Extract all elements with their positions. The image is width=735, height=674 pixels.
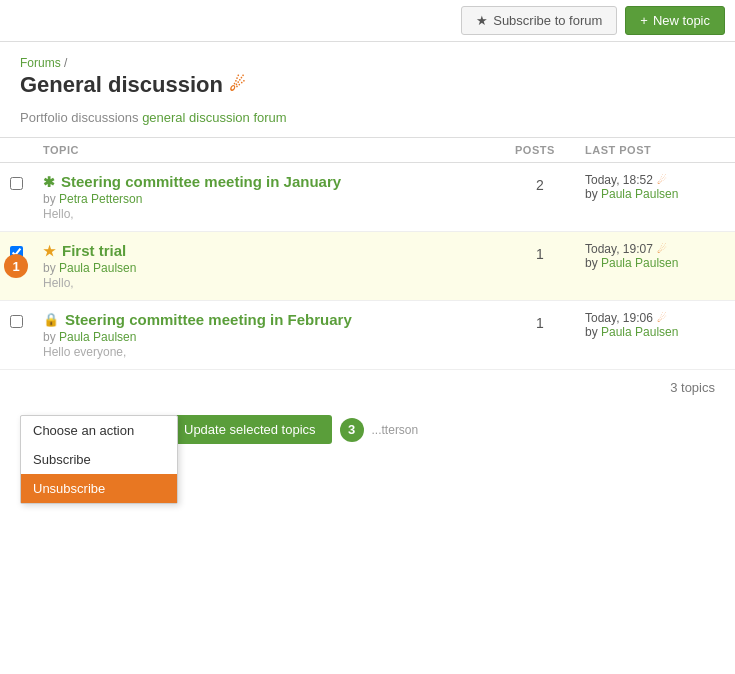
plus-icon: +: [640, 13, 648, 28]
topic-meta: by Petra Petterson: [43, 192, 495, 206]
subscribe-forum-button[interactable]: ★ Subscribe to forum: [461, 6, 617, 35]
table-row: 1 ★ First trial by Paula Paulsen Hello, …: [0, 232, 735, 301]
lastpost-rss-icon: ☄: [657, 174, 667, 187]
topic-title-link[interactable]: Steering committee meeting in January: [61, 173, 341, 190]
row-checkbox[interactable]: [10, 315, 23, 328]
rss-icon: ☄: [229, 74, 245, 96]
dropdown-item-unsubscribe[interactable]: Unsubscribe: [21, 474, 177, 503]
row-checkbox[interactable]: [10, 177, 23, 190]
breadcrumb-forums[interactable]: Forums: [20, 56, 61, 70]
lastpost-cell: Today, 19:06 ☄ by Paula Paulsen: [575, 301, 735, 370]
action-select-wrapper: Choose an action Subscribe Unsubscribe ▼…: [20, 415, 160, 444]
topics-count: 3 topics: [670, 380, 715, 395]
topic-cell: 🔒 Steering committee meeting in February…: [33, 301, 505, 370]
topics-table: TOPIC POSTS LAST POST ✱ Steering committ…: [0, 137, 735, 370]
topic-cell: ★ First trial by Paula Paulsen Hello,: [33, 232, 505, 301]
table-row: ✱ Steering committee meeting in January …: [0, 163, 735, 232]
truncated-text: ...tterson: [372, 423, 419, 437]
lock-icon: 🔒: [43, 312, 59, 327]
forum-description: Portfolio discussions general discussion…: [0, 98, 735, 137]
update-selected-button[interactable]: Update selected topics: [168, 415, 332, 444]
row-badge-1: 1: [4, 254, 28, 278]
row-check-cell: [0, 301, 33, 370]
asterisk-icon: ✱: [43, 174, 55, 190]
lastpost-author-link[interactable]: Paula Paulsen: [601, 325, 678, 339]
forum-desc-link[interactable]: general discussion forum: [142, 110, 287, 125]
lastpost-author: by Paula Paulsen: [585, 187, 725, 201]
topic-author-link[interactable]: Paula Paulsen: [59, 261, 136, 275]
lastpost-rss-icon: ☄: [657, 312, 667, 325]
page-title-text: General discussion: [20, 72, 223, 98]
dropdown-item-subscribe[interactable]: Subscribe: [21, 445, 177, 474]
col-lastpost-header: LAST POST: [575, 138, 735, 163]
topic-cell: ✱ Steering committee meeting in January …: [33, 163, 505, 232]
action-dropdown: Choose an action Subscribe Unsubscribe: [20, 415, 178, 504]
topic-author-link[interactable]: Petra Petterson: [59, 192, 142, 206]
breadcrumb-area: Forums / General discussion ☄: [0, 42, 735, 98]
row-check-cell: 1: [0, 232, 33, 301]
lastpost-rss-icon: ☄: [657, 243, 667, 256]
topic-author-link[interactable]: Paula Paulsen: [59, 330, 136, 344]
breadcrumb: Forums /: [20, 56, 715, 70]
subscribe-label: Subscribe to forum: [493, 13, 602, 28]
topic-preview: Hello everyone,: [43, 345, 495, 359]
actions-bar: Choose an action Subscribe Unsubscribe ▼…: [0, 405, 735, 454]
posts-cell: 1: [505, 301, 575, 370]
lastpost-author: by Paula Paulsen: [585, 325, 725, 339]
topic-meta: by Paula Paulsen: [43, 330, 495, 344]
lastpost-time-text: Today, 18:52: [585, 173, 653, 187]
row-check-cell: [0, 163, 33, 232]
lastpost-cell: Today, 18:52 ☄ by Paula Paulsen: [575, 163, 735, 232]
lastpost-time-text: Today, 19:07: [585, 242, 653, 256]
lastpost-time-text: Today, 19:06: [585, 311, 653, 325]
lastpost-author-link[interactable]: Paula Paulsen: [601, 256, 678, 270]
breadcrumb-separator: /: [64, 56, 67, 70]
lastpost-author: by Paula Paulsen: [585, 256, 725, 270]
bottom-bar: 3 topics: [0, 370, 735, 405]
new-topic-button[interactable]: + New topic: [625, 6, 725, 35]
lastpost-author-link[interactable]: Paula Paulsen: [601, 187, 678, 201]
col-check-header: [0, 138, 33, 163]
dropdown-item-choose[interactable]: Choose an action: [21, 416, 177, 445]
col-posts-header: POSTS: [505, 138, 575, 163]
topic-preview: Hello,: [43, 207, 495, 221]
posts-cell: 2: [505, 163, 575, 232]
lastpost-cell: Today, 19:07 ☄ by Paula Paulsen: [575, 232, 735, 301]
page-title: General discussion ☄: [20, 72, 715, 98]
star-icon: ★: [476, 13, 488, 28]
topic-title-link[interactable]: Steering committee meeting in February: [65, 311, 352, 328]
posts-cell: 1: [505, 232, 575, 301]
table-header-row: TOPIC POSTS LAST POST: [0, 138, 735, 163]
col-topic-header: TOPIC: [33, 138, 505, 163]
star-icon: ★: [43, 243, 56, 259]
new-topic-label: New topic: [653, 13, 710, 28]
step-badge-3: 3: [340, 418, 364, 442]
topic-meta: by Paula Paulsen: [43, 261, 495, 275]
topic-preview: Hello,: [43, 276, 495, 290]
topic-title-link[interactable]: First trial: [62, 242, 126, 259]
top-bar: ★ Subscribe to forum + New topic: [0, 0, 735, 42]
table-row: 🔒 Steering committee meeting in February…: [0, 301, 735, 370]
